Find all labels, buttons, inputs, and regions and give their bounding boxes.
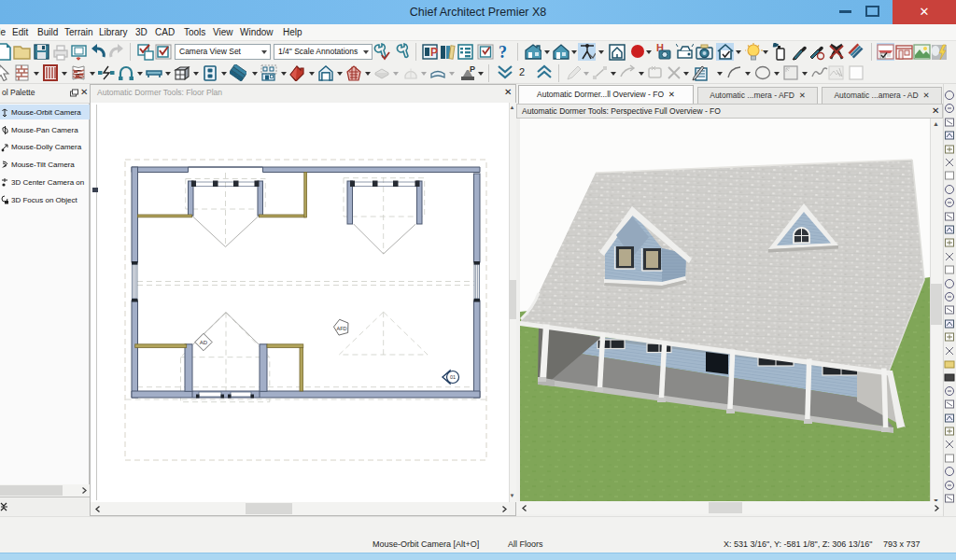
svg-text:P: P <box>430 46 438 59</box>
svg-text:P: P <box>470 64 475 74</box>
svg-text:01: 01 <box>450 374 456 380</box>
svg-text:?: ? <box>499 43 507 61</box>
svg-text:AFD: AFD <box>337 326 347 331</box>
svg-text:AD: AD <box>200 340 208 345</box>
